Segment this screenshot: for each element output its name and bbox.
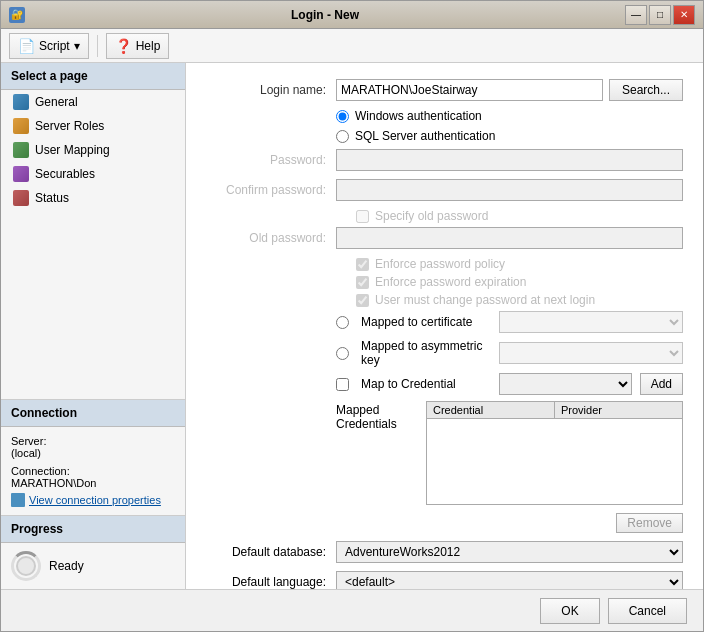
password-input[interactable]	[336, 149, 683, 171]
mapped-asymmetric-radio[interactable]	[336, 347, 349, 360]
sidebar: Select a page General Server Roles User …	[1, 63, 186, 589]
map-credential-label: Map to Credential	[361, 377, 491, 391]
server-roles-icon	[13, 118, 29, 134]
connection-header: Connection	[1, 400, 185, 427]
specify-old-checkbox[interactable]	[356, 210, 369, 223]
toolbar-separator	[97, 35, 98, 57]
progress-status: Ready	[49, 559, 84, 573]
connection-value: MARATHON\Don	[11, 477, 96, 489]
must-change-label: User must change password at next login	[375, 293, 595, 307]
minimize-button[interactable]: —	[625, 5, 647, 25]
confirm-password-label: Confirm password:	[206, 183, 336, 197]
cancel-button[interactable]: Cancel	[608, 598, 687, 624]
default-language-label: Default language:	[206, 575, 336, 589]
title-controls: — □ ✕	[625, 5, 695, 25]
must-change-row: User must change password at next login	[206, 293, 683, 307]
general-icon	[13, 94, 29, 110]
ok-button[interactable]: OK	[540, 598, 599, 624]
server-value: (local)	[11, 447, 41, 459]
specify-old-label: Specify old password	[375, 209, 488, 223]
status-icon	[13, 190, 29, 206]
help-button[interactable]: ❓ Help	[106, 33, 170, 59]
login-name-input[interactable]	[336, 79, 603, 101]
script-icon: 📄	[18, 38, 35, 54]
script-dropdown-icon: ▾	[74, 39, 80, 53]
confirm-password-input[interactable]	[336, 179, 683, 201]
default-database-row: Default database: AdventureWorks2012	[206, 541, 683, 563]
toolbar: 📄 Script ▾ ❓ Help	[1, 29, 703, 63]
sidebar-item-server-roles[interactable]: Server Roles	[1, 114, 185, 138]
must-change-checkbox[interactable]	[356, 294, 369, 307]
progress-header: Progress	[1, 516, 185, 543]
close-button[interactable]: ✕	[673, 5, 695, 25]
mapped-asymmetric-row: Mapped to asymmetric key	[206, 339, 683, 367]
default-database-label: Default database:	[206, 545, 336, 559]
sql-auth-radio[interactable]	[336, 130, 349, 143]
progress-spinner	[11, 551, 41, 581]
confirm-password-row: Confirm password:	[206, 179, 683, 201]
sidebar-item-label-user-mapping: User Mapping	[35, 143, 110, 157]
login-name-label: Login name:	[206, 83, 336, 97]
bottom-bar: OK Cancel	[1, 589, 703, 631]
connection-info: Server: (local) Connection: MARATHON\Don…	[1, 427, 185, 515]
old-password-row: Old password:	[206, 227, 683, 249]
mapped-credentials-area: Credential Provider Remove	[426, 401, 683, 533]
specify-old-row: Specify old password	[206, 209, 683, 223]
help-icon: ❓	[115, 38, 132, 54]
default-database-select[interactable]: AdventureWorks2012	[336, 541, 683, 563]
provider-col-header: Provider	[555, 402, 682, 418]
link-icon	[11, 493, 25, 507]
mapped-certificate-label: Mapped to certificate	[361, 315, 491, 329]
credentials-table: Credential Provider	[426, 401, 683, 505]
windows-auth-label: Windows authentication	[355, 109, 482, 123]
sidebar-item-general[interactable]: General	[1, 90, 185, 114]
old-password-label: Old password:	[206, 231, 336, 245]
map-credential-select[interactable]	[499, 373, 632, 395]
script-label: Script	[39, 39, 70, 53]
windows-auth-radio[interactable]	[336, 110, 349, 123]
mapped-credentials-label: Mapped Credentials	[336, 401, 426, 431]
password-row: Password:	[206, 149, 683, 171]
sidebar-item-securables[interactable]: Securables	[1, 162, 185, 186]
sidebar-item-label-securables: Securables	[35, 167, 95, 181]
default-language-row: Default language: <default>	[206, 571, 683, 589]
maximize-button[interactable]: □	[649, 5, 671, 25]
sidebar-item-user-mapping[interactable]: User Mapping	[1, 138, 185, 162]
map-credential-checkbox[interactable]	[336, 378, 349, 391]
connection-label: Connection: MARATHON\Don	[11, 465, 175, 489]
mapped-credentials-section: Mapped Credentials Credential Provider R…	[206, 401, 683, 533]
password-label: Password:	[206, 153, 336, 167]
credential-col-header: Credential	[427, 402, 555, 418]
sidebar-item-label-status: Status	[35, 191, 69, 205]
script-button[interactable]: 📄 Script ▾	[9, 33, 89, 59]
credentials-body	[427, 419, 682, 504]
mapped-certificate-row: Mapped to certificate	[206, 311, 683, 333]
sidebar-item-status[interactable]: Status	[1, 186, 185, 210]
enforce-policy-checkbox[interactable]	[356, 258, 369, 271]
default-language-select[interactable]: <default>	[336, 571, 683, 589]
progress-inner	[16, 556, 36, 576]
map-credential-row: Map to Credential Add	[206, 373, 683, 395]
add-button[interactable]: Add	[640, 373, 683, 395]
securables-icon	[13, 166, 29, 182]
progress-content: Ready	[1, 543, 185, 589]
window-title: Login - New	[25, 8, 625, 22]
enforce-expiration-label: Enforce password expiration	[375, 275, 526, 289]
mapped-certificate-select[interactable]	[499, 311, 683, 333]
sidebar-header: Select a page	[1, 63, 185, 90]
sidebar-item-label-server-roles: Server Roles	[35, 119, 104, 133]
remove-button[interactable]: Remove	[616, 513, 683, 533]
mapped-certificate-radio[interactable]	[336, 316, 349, 329]
search-button[interactable]: Search...	[609, 79, 683, 101]
mapped-asymmetric-select[interactable]	[499, 342, 683, 364]
sql-auth-label: SQL Server authentication	[355, 129, 495, 143]
credentials-header: Credential Provider	[427, 402, 682, 419]
old-password-input[interactable]	[336, 227, 683, 249]
user-mapping-icon	[13, 142, 29, 158]
enforce-policy-row: Enforce password policy	[206, 257, 683, 271]
sidebar-item-label-general: General	[35, 95, 78, 109]
enforce-expiration-checkbox[interactable]	[356, 276, 369, 289]
main-content: Select a page General Server Roles User …	[1, 63, 703, 589]
view-connection-link[interactable]: View connection properties	[11, 493, 175, 507]
sidebar-spacer	[1, 210, 185, 399]
